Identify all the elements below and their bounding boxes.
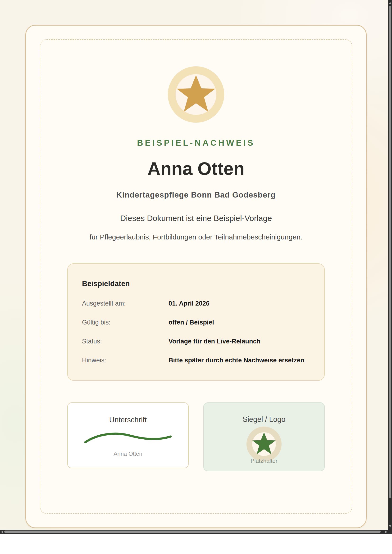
- data-row-label: Hinweis:: [82, 356, 168, 364]
- vertical-scrollbar[interactable]: [388, 0, 392, 530]
- organization-name: Kindertagespflege Bonn Bad Godesberg: [26, 190, 366, 200]
- page-viewport: BEISPIEL-NACHWEIS Anna Otten Kindertages…: [0, 0, 388, 530]
- recipient-name: Anna Otten: [26, 159, 366, 178]
- data-row-value: offen / Beispiel: [168, 318, 310, 326]
- certificate-heading: BEISPIEL-NACHWEIS: [26, 138, 366, 148]
- seal-title: Siegel / Logo: [204, 415, 324, 424]
- scroll-left-arrow-icon[interactable]: [1, 531, 3, 533]
- gold-star-icon: [176, 74, 216, 114]
- data-row-note: Hinweis: Bitte später durch echte Nachwe…: [82, 356, 310, 364]
- scroll-right-arrow-icon[interactable]: [385, 531, 387, 533]
- data-row-status: Status: Vorlage für den Live-Relaunch: [82, 337, 310, 345]
- signature-name: Anna Otten: [68, 450, 188, 457]
- horizontal-scrollbar[interactable]: [0, 530, 392, 534]
- scroll-up-arrow-icon[interactable]: [389, 2, 391, 4]
- example-data-title: Beispieldaten: [82, 279, 310, 289]
- signature-title: Unterschrift: [68, 416, 188, 424]
- seal-placeholder-label: Platzhalter: [204, 457, 324, 464]
- data-row-label: Status:: [82, 337, 168, 345]
- gold-star-badge-icon: [168, 66, 224, 123]
- example-data-panel: Beispieldaten Ausgestellt am: 01. April …: [67, 263, 325, 381]
- data-row-value: 01. April 2026: [168, 299, 310, 307]
- data-row-value: Bitte später durch echte Nachweise erset…: [168, 356, 310, 364]
- seal-logo-box: Siegel / Logo Platzhalter: [203, 402, 325, 471]
- description-line-1: Dieses Dokument ist eine Beispiel-Vorlag…: [26, 213, 366, 223]
- data-row-issued: Ausgestellt am: 01. April 2026: [82, 299, 310, 307]
- signature-squiggle-icon: [84, 430, 173, 444]
- signature-seal-row: Unterschrift Anna Otten Siegel / Logo Pl: [67, 402, 325, 471]
- scroll-down-arrow-icon[interactable]: [389, 525, 391, 527]
- data-row-value: Vorlage für den Live-Relaunch: [168, 337, 310, 345]
- data-row-label: Ausgestellt am:: [82, 299, 168, 307]
- vertical-scrollbar-thumb[interactable]: [389, 6, 391, 498]
- browser-screenshot: BEISPIEL-NACHWEIS Anna Otten Kindertages…: [0, 0, 392, 554]
- description-line-2: für Pflegeerlaubnis, Fortbildungen oder …: [26, 233, 366, 242]
- data-row-label: Gültig bis:: [82, 318, 168, 326]
- certificate-card: BEISPIEL-NACHWEIS Anna Otten Kindertages…: [25, 25, 367, 528]
- green-star-icon: [252, 432, 276, 456]
- signature-box: Unterschrift Anna Otten: [67, 402, 189, 468]
- horizontal-scrollbar-thumb[interactable]: [4, 531, 381, 533]
- seal-placeholder-icon: [246, 427, 281, 462]
- data-row-valid-until: Gültig bis: offen / Beispiel: [82, 318, 310, 326]
